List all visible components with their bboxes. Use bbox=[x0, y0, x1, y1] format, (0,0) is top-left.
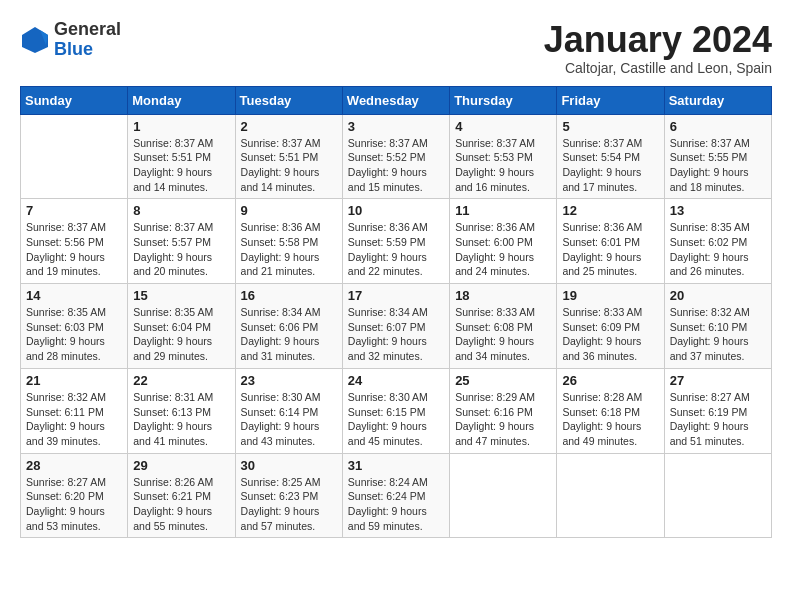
day-info: Sunrise: 8:35 AM Sunset: 6:04 PM Dayligh… bbox=[133, 305, 229, 364]
weekday-header-row: SundayMondayTuesdayWednesdayThursdayFrid… bbox=[21, 86, 772, 114]
day-info: Sunrise: 8:27 AM Sunset: 6:20 PM Dayligh… bbox=[26, 475, 122, 534]
day-info: Sunrise: 8:31 AM Sunset: 6:13 PM Dayligh… bbox=[133, 390, 229, 449]
logo-text: General Blue bbox=[54, 20, 121, 60]
calendar-body: 1Sunrise: 8:37 AM Sunset: 5:51 PM Daylig… bbox=[21, 114, 772, 538]
day-number: 20 bbox=[670, 288, 766, 303]
month-year: January 2024 bbox=[544, 20, 772, 60]
calendar-cell: 6Sunrise: 8:37 AM Sunset: 5:55 PM Daylig… bbox=[664, 114, 771, 199]
page-header: General Blue January 2024 Caltojar, Cast… bbox=[20, 20, 772, 76]
calendar-cell: 20Sunrise: 8:32 AM Sunset: 6:10 PM Dayli… bbox=[664, 284, 771, 369]
day-number: 21 bbox=[26, 373, 122, 388]
calendar-cell bbox=[557, 453, 664, 538]
calendar-cell: 31Sunrise: 8:24 AM Sunset: 6:24 PM Dayli… bbox=[342, 453, 449, 538]
calendar-cell: 3Sunrise: 8:37 AM Sunset: 5:52 PM Daylig… bbox=[342, 114, 449, 199]
day-number: 27 bbox=[670, 373, 766, 388]
day-info: Sunrise: 8:29 AM Sunset: 6:16 PM Dayligh… bbox=[455, 390, 551, 449]
day-number: 4 bbox=[455, 119, 551, 134]
calendar-cell: 10Sunrise: 8:36 AM Sunset: 5:59 PM Dayli… bbox=[342, 199, 449, 284]
calendar-cell: 26Sunrise: 8:28 AM Sunset: 6:18 PM Dayli… bbox=[557, 368, 664, 453]
day-number: 29 bbox=[133, 458, 229, 473]
day-number: 17 bbox=[348, 288, 444, 303]
weekday-header-cell: Wednesday bbox=[342, 86, 449, 114]
calendar-cell: 1Sunrise: 8:37 AM Sunset: 5:51 PM Daylig… bbox=[128, 114, 235, 199]
day-number: 9 bbox=[241, 203, 337, 218]
calendar-cell: 17Sunrise: 8:34 AM Sunset: 6:07 PM Dayli… bbox=[342, 284, 449, 369]
day-info: Sunrise: 8:36 AM Sunset: 5:58 PM Dayligh… bbox=[241, 220, 337, 279]
calendar-cell: 7Sunrise: 8:37 AM Sunset: 5:56 PM Daylig… bbox=[21, 199, 128, 284]
day-info: Sunrise: 8:33 AM Sunset: 6:08 PM Dayligh… bbox=[455, 305, 551, 364]
calendar-cell: 29Sunrise: 8:26 AM Sunset: 6:21 PM Dayli… bbox=[128, 453, 235, 538]
day-number: 16 bbox=[241, 288, 337, 303]
weekday-header-cell: Tuesday bbox=[235, 86, 342, 114]
calendar-cell: 27Sunrise: 8:27 AM Sunset: 6:19 PM Dayli… bbox=[664, 368, 771, 453]
calendar-week-row: 1Sunrise: 8:37 AM Sunset: 5:51 PM Daylig… bbox=[21, 114, 772, 199]
day-info: Sunrise: 8:37 AM Sunset: 5:53 PM Dayligh… bbox=[455, 136, 551, 195]
day-info: Sunrise: 8:30 AM Sunset: 6:15 PM Dayligh… bbox=[348, 390, 444, 449]
calendar-week-row: 14Sunrise: 8:35 AM Sunset: 6:03 PM Dayli… bbox=[21, 284, 772, 369]
day-number: 1 bbox=[133, 119, 229, 134]
day-number: 5 bbox=[562, 119, 658, 134]
calendar-cell: 4Sunrise: 8:37 AM Sunset: 5:53 PM Daylig… bbox=[450, 114, 557, 199]
day-number: 28 bbox=[26, 458, 122, 473]
calendar-week-row: 28Sunrise: 8:27 AM Sunset: 6:20 PM Dayli… bbox=[21, 453, 772, 538]
logo-icon bbox=[20, 25, 50, 55]
day-info: Sunrise: 8:37 AM Sunset: 5:57 PM Dayligh… bbox=[133, 220, 229, 279]
day-number: 13 bbox=[670, 203, 766, 218]
day-info: Sunrise: 8:36 AM Sunset: 6:01 PM Dayligh… bbox=[562, 220, 658, 279]
day-number: 19 bbox=[562, 288, 658, 303]
day-number: 24 bbox=[348, 373, 444, 388]
calendar-cell bbox=[21, 114, 128, 199]
day-number: 14 bbox=[26, 288, 122, 303]
calendar-cell: 13Sunrise: 8:35 AM Sunset: 6:02 PM Dayli… bbox=[664, 199, 771, 284]
day-info: Sunrise: 8:35 AM Sunset: 6:02 PM Dayligh… bbox=[670, 220, 766, 279]
calendar-cell: 25Sunrise: 8:29 AM Sunset: 6:16 PM Dayli… bbox=[450, 368, 557, 453]
day-info: Sunrise: 8:25 AM Sunset: 6:23 PM Dayligh… bbox=[241, 475, 337, 534]
day-number: 25 bbox=[455, 373, 551, 388]
calendar-cell: 28Sunrise: 8:27 AM Sunset: 6:20 PM Dayli… bbox=[21, 453, 128, 538]
calendar-cell: 22Sunrise: 8:31 AM Sunset: 6:13 PM Dayli… bbox=[128, 368, 235, 453]
calendar-week-row: 7Sunrise: 8:37 AM Sunset: 5:56 PM Daylig… bbox=[21, 199, 772, 284]
day-info: Sunrise: 8:36 AM Sunset: 6:00 PM Dayligh… bbox=[455, 220, 551, 279]
calendar-cell: 23Sunrise: 8:30 AM Sunset: 6:14 PM Dayli… bbox=[235, 368, 342, 453]
calendar-cell bbox=[664, 453, 771, 538]
day-number: 11 bbox=[455, 203, 551, 218]
calendar-cell: 16Sunrise: 8:34 AM Sunset: 6:06 PM Dayli… bbox=[235, 284, 342, 369]
day-info: Sunrise: 8:37 AM Sunset: 5:51 PM Dayligh… bbox=[133, 136, 229, 195]
day-info: Sunrise: 8:27 AM Sunset: 6:19 PM Dayligh… bbox=[670, 390, 766, 449]
title-section: January 2024 Caltojar, Castille and Leon… bbox=[544, 20, 772, 76]
calendar-cell: 11Sunrise: 8:36 AM Sunset: 6:00 PM Dayli… bbox=[450, 199, 557, 284]
day-number: 2 bbox=[241, 119, 337, 134]
day-info: Sunrise: 8:37 AM Sunset: 5:55 PM Dayligh… bbox=[670, 136, 766, 195]
day-number: 8 bbox=[133, 203, 229, 218]
logo: General Blue bbox=[20, 20, 121, 60]
day-number: 22 bbox=[133, 373, 229, 388]
calendar-table: SundayMondayTuesdayWednesdayThursdayFrid… bbox=[20, 86, 772, 539]
day-info: Sunrise: 8:34 AM Sunset: 6:06 PM Dayligh… bbox=[241, 305, 337, 364]
calendar-cell: 30Sunrise: 8:25 AM Sunset: 6:23 PM Dayli… bbox=[235, 453, 342, 538]
day-number: 18 bbox=[455, 288, 551, 303]
day-number: 26 bbox=[562, 373, 658, 388]
calendar-cell: 9Sunrise: 8:36 AM Sunset: 5:58 PM Daylig… bbox=[235, 199, 342, 284]
day-number: 6 bbox=[670, 119, 766, 134]
day-info: Sunrise: 8:33 AM Sunset: 6:09 PM Dayligh… bbox=[562, 305, 658, 364]
weekday-header-cell: Sunday bbox=[21, 86, 128, 114]
day-info: Sunrise: 8:37 AM Sunset: 5:56 PM Dayligh… bbox=[26, 220, 122, 279]
calendar-cell: 8Sunrise: 8:37 AM Sunset: 5:57 PM Daylig… bbox=[128, 199, 235, 284]
day-number: 30 bbox=[241, 458, 337, 473]
calendar-cell: 21Sunrise: 8:32 AM Sunset: 6:11 PM Dayli… bbox=[21, 368, 128, 453]
calendar-cell: 5Sunrise: 8:37 AM Sunset: 5:54 PM Daylig… bbox=[557, 114, 664, 199]
day-number: 12 bbox=[562, 203, 658, 218]
day-number: 31 bbox=[348, 458, 444, 473]
day-info: Sunrise: 8:37 AM Sunset: 5:54 PM Dayligh… bbox=[562, 136, 658, 195]
day-info: Sunrise: 8:28 AM Sunset: 6:18 PM Dayligh… bbox=[562, 390, 658, 449]
calendar-cell: 12Sunrise: 8:36 AM Sunset: 6:01 PM Dayli… bbox=[557, 199, 664, 284]
day-number: 7 bbox=[26, 203, 122, 218]
calendar-cell: 15Sunrise: 8:35 AM Sunset: 6:04 PM Dayli… bbox=[128, 284, 235, 369]
location: Caltojar, Castille and Leon, Spain bbox=[544, 60, 772, 76]
day-info: Sunrise: 8:37 AM Sunset: 5:52 PM Dayligh… bbox=[348, 136, 444, 195]
calendar-cell bbox=[450, 453, 557, 538]
weekday-header-cell: Saturday bbox=[664, 86, 771, 114]
day-info: Sunrise: 8:37 AM Sunset: 5:51 PM Dayligh… bbox=[241, 136, 337, 195]
calendar-cell: 2Sunrise: 8:37 AM Sunset: 5:51 PM Daylig… bbox=[235, 114, 342, 199]
day-info: Sunrise: 8:32 AM Sunset: 6:10 PM Dayligh… bbox=[670, 305, 766, 364]
